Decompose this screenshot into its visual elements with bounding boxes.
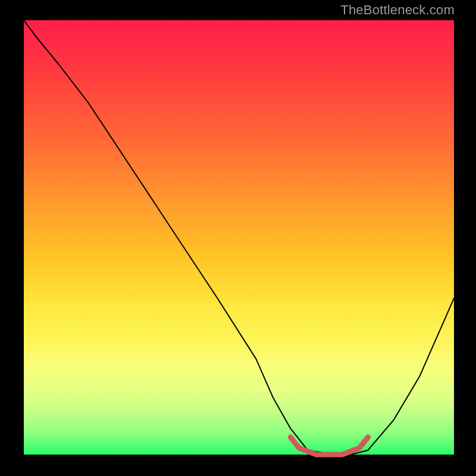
chart-frame: TheBottleneck.com: [0, 0, 476, 476]
chart-overlay: [0, 0, 476, 476]
chart-series-curve: [24, 20, 454, 455]
valley-highlight: [290, 437, 368, 455]
